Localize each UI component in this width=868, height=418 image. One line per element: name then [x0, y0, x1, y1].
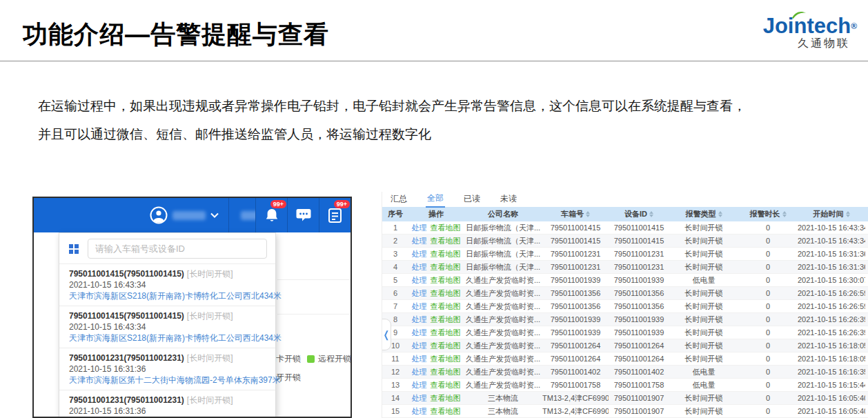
column-header[interactable]: 车箱号	[542, 209, 609, 219]
device-id-cell: 795011001758	[609, 381, 669, 389]
sort-icon[interactable]	[846, 211, 850, 217]
view-map-link[interactable]: 查看地图	[431, 328, 461, 338]
column-header[interactable]: 开始时间	[798, 209, 865, 219]
user-avatar-icon[interactable]	[150, 206, 168, 224]
column-header[interactable]: 报警类型	[669, 209, 738, 219]
chevron-down-icon[interactable]	[210, 212, 219, 218]
box-number-cell: 795011001264	[542, 355, 609, 363]
table-row: 8处理查看地图久通生产发货临时资...795011001939795011001…	[382, 313, 868, 326]
box-number-cell: 795011001939	[542, 315, 609, 324]
tab-read[interactable]: 已读	[462, 192, 482, 207]
alarm-duration-cell: 0	[738, 302, 798, 310]
view-map-link[interactable]: 查看地图	[431, 275, 461, 286]
alarm-duration-cell: 0	[738, 315, 798, 324]
view-map-link[interactable]: 查看地图	[431, 380, 461, 390]
handle-link[interactable]: 处理	[412, 406, 427, 417]
alarm-item-title: 795011001231(795011001231)[长时间开锁]	[69, 352, 266, 364]
column-label: 开始时间	[813, 209, 844, 219]
sort-icon[interactable]	[782, 211, 787, 217]
handle-link[interactable]: 处理	[412, 275, 427, 286]
sort-icon[interactable]	[586, 211, 590, 217]
handle-link[interactable]: 处理	[412, 341, 427, 351]
column-header[interactable]: 设备ID	[609, 209, 669, 219]
row-number-cell: 2	[382, 237, 408, 245]
alarm-item-address[interactable]: 天津市滨海新区第十二大街中海物流园-2号单体东南397米	[69, 375, 266, 386]
alarm-duration-cell: 0	[738, 289, 798, 297]
alarm-list-item[interactable]: 795011001415(795011001415)[长时间开锁]2021-10…	[59, 263, 275, 306]
handle-link[interactable]: 处理	[412, 301, 427, 312]
alarm-list-item[interactable]: 795011001231(795011001231)[长时间开锁]2021-10…	[59, 390, 275, 418]
alarm-duration-cell: 0	[738, 263, 798, 271]
panel-collapse-handle[interactable]: ❮	[382, 319, 391, 350]
handle-link[interactable]: 处理	[412, 315, 427, 325]
sort-descending-arrow	[718, 215, 722, 217]
view-map-link[interactable]: 查看地图	[431, 301, 461, 312]
search-input[interactable]	[88, 239, 267, 259]
table-row: 5处理查看地图久通生产发货临时资...795011001939795011001…	[382, 274, 868, 287]
sort-icon[interactable]	[718, 211, 722, 217]
view-map-link[interactable]: 查看地图	[431, 288, 461, 299]
alarm-type-cell: 长时间开锁	[669, 406, 738, 417]
view-map-link[interactable]: 查看地图	[431, 236, 461, 246]
alarm-item-title: 795011001231(795011001231)[长时间开锁]	[69, 395, 266, 406]
table-row: 14处理查看地图三本物流TM13-2,4津CF6990795011001907长…	[382, 392, 868, 405]
logo-subtitle: 久通物联	[763, 37, 857, 51]
company-cell: 久通生产发货临时资...	[464, 367, 542, 377]
alarm-type-cell: 低电量	[669, 380, 738, 390]
handle-link[interactable]: 处理	[412, 380, 427, 390]
view-map-link[interactable]: 查看地图	[431, 393, 461, 404]
report-list-button[interactable]: 99+	[319, 198, 351, 232]
view-map-link[interactable]: 查看地图	[431, 367, 461, 377]
alarm-list-item[interactable]: 795011001415(795011001415)[长时间开锁]2021-10…	[59, 306, 275, 348]
row-actions-cell: 处理查看地图	[408, 393, 464, 404]
end-time-cell: 2021-10-15 16:4	[865, 237, 868, 245]
column-header[interactable]: 结束时间	[865, 209, 868, 219]
handle-link[interactable]: 处理	[412, 262, 427, 272]
sort-icon[interactable]	[649, 211, 653, 217]
box-number-cell: 795011001939	[542, 276, 609, 284]
handle-link[interactable]: 处理	[412, 367, 427, 377]
handle-link[interactable]: 处理	[412, 288, 427, 299]
row-number-cell: 4	[382, 263, 408, 271]
view-map-link[interactable]: 查看地图	[431, 223, 461, 233]
handle-link[interactable]: 处理	[412, 236, 427, 246]
row-actions-cell: 处理查看地图	[408, 315, 464, 325]
column-header[interactable]: 报警时长	[738, 209, 798, 219]
handle-link[interactable]: 处理	[412, 393, 427, 404]
end-time-cell: 2021-10-15 16:1	[865, 381, 868, 389]
end-time-cell: 2021-10-15 16:3	[865, 263, 868, 271]
table-row: 9处理查看地图久通生产发货临时资...795011001939795011001…	[382, 326, 868, 339]
alarm-duration-cell: 0	[738, 355, 798, 363]
alarm-table-body: 1处理查看地图日邮振华物流（天津...795011001415795011001…	[382, 221, 868, 418]
column-label: 车箱号	[561, 209, 584, 219]
view-map-link[interactable]: 查看地图	[431, 249, 461, 259]
handle-link[interactable]: 处理	[412, 328, 427, 338]
alarm-list-item[interactable]: 795011001231(795011001231)[长时间开锁]2021-10…	[59, 348, 275, 390]
view-map-link[interactable]: 查看地图	[431, 341, 461, 351]
alarm-bell-button[interactable]: 99+	[256, 198, 287, 232]
handle-link[interactable]: 处理	[412, 354, 427, 364]
handle-link[interactable]: 处理	[412, 249, 427, 259]
start-time-cell: 2021-10-15 16:43:34	[798, 237, 865, 245]
handle-link[interactable]: 处理	[412, 223, 427, 233]
sort-descending-arrow	[649, 215, 653, 217]
view-map-link[interactable]: 查看地图	[431, 406, 461, 417]
view-map-link[interactable]: 查看地图	[431, 354, 461, 364]
table-row: 1处理查看地图日邮振华物流（天津...795011001415795011001…	[382, 221, 868, 235]
tab-all[interactable]: 全部	[426, 192, 445, 208]
tab-unread[interactable]: 未读	[499, 192, 518, 207]
tab-summary[interactable]: 汇总	[389, 192, 408, 207]
box-number-cell: 795011001939	[542, 328, 609, 337]
leaf-icon	[791, 10, 807, 19]
view-map-link[interactable]: 查看地图	[431, 262, 461, 272]
alarm-item-address[interactable]: 天津市滨海新区S218(新开南路)卡博特化工公司西北434米	[69, 332, 266, 344]
alarm-item-address[interactable]: 天津市滨海新区S218(新开南路)卡博特化工公司西北434米	[69, 290, 266, 301]
column-header: 操作	[408, 209, 464, 219]
start-time-cell: 2021-10-15 16:31:36	[798, 250, 865, 258]
messages-button[interactable]	[288, 198, 319, 232]
view-map-link[interactable]: 查看地图	[431, 315, 461, 325]
document-icon	[328, 208, 342, 223]
grid-menu-icon[interactable]	[69, 244, 73, 248]
alarm-duration-cell: 0	[738, 407, 798, 415]
row-actions-cell: 处理查看地图	[408, 341, 464, 351]
